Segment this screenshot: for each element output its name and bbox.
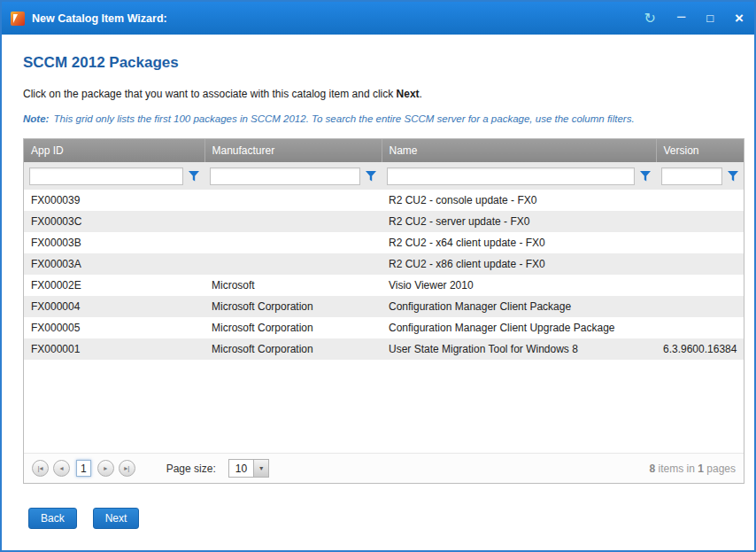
page-size-dropdown-arrow-icon[interactable]: ▼ xyxy=(253,460,268,477)
cell-name[interactable]: User State Migration Tool for Windows 8 xyxy=(382,338,656,360)
filter-version-input[interactable] xyxy=(661,167,722,185)
filter-manufacturer-input[interactable] xyxy=(210,167,360,185)
last-page-button[interactable]: ▸| xyxy=(119,460,135,477)
window-controls: ↻ ─ □ × xyxy=(644,11,744,26)
table-row[interactable]: FX000001Microsoft CorporationUser State … xyxy=(24,338,744,360)
cell-manufacturer[interactable]: Microsoft xyxy=(204,275,382,296)
filter-manufacturer-funnel-icon[interactable] xyxy=(364,171,378,182)
next-page-button[interactable]: ▸ xyxy=(97,460,114,477)
cell-manufacturer[interactable] xyxy=(204,232,382,253)
instruction-suffix: . xyxy=(420,88,422,100)
current-page-button[interactable]: 1 xyxy=(76,460,91,477)
cell-version[interactable] xyxy=(656,190,744,211)
pages-count: 1 xyxy=(698,463,704,475)
pager: |◂ ◂ 1 ▸ ▸| Page size: 10 ▼ 8 items in 1… xyxy=(24,453,744,483)
close-icon[interactable]: × xyxy=(735,11,744,26)
note-text: Note: This grid only lists the first 100… xyxy=(23,113,744,124)
grid-empty-area xyxy=(24,360,744,453)
cell-manufacturer[interactable]: Microsoft Corporation xyxy=(204,317,382,338)
column-header-name[interactable]: Name xyxy=(382,139,656,162)
cell-version[interactable] xyxy=(656,253,744,275)
cell-name[interactable]: Configuration Manager Client Upgrade Pac… xyxy=(382,317,656,338)
table-row[interactable]: FX00002EMicrosoftVisio Viewer 2010 xyxy=(24,275,744,296)
column-header-manufacturer[interactable]: Manufacturer xyxy=(204,139,382,162)
page-size-value: 10 xyxy=(229,463,253,475)
first-page-button[interactable]: |◂ xyxy=(32,460,49,477)
app-icon xyxy=(11,12,25,26)
cell-manufacturer[interactable] xyxy=(204,211,382,232)
table-body: FX000039R2 CU2 - console update - FX0FX0… xyxy=(24,190,744,360)
packages-grid: App ID Manufacturer Name Version xyxy=(23,138,744,484)
wizard-content: SCCM 2012 Packages Click on the package … xyxy=(2,35,754,529)
cell-name[interactable]: R2 CU2 - server update - FX0 xyxy=(382,211,656,232)
filter-app-id-input[interactable] xyxy=(29,167,183,185)
cell-app-id[interactable]: FX000005 xyxy=(24,317,204,338)
filter-version-funnel-icon[interactable] xyxy=(726,171,740,182)
table-header-row: App ID Manufacturer Name Version xyxy=(24,139,744,162)
filter-name-input[interactable] xyxy=(387,167,635,185)
cell-app-id[interactable]: FX00003C xyxy=(24,211,204,232)
table-row[interactable]: FX00003AR2 CU2 - x86 client update - FX0 xyxy=(24,253,744,275)
cell-app-id[interactable]: FX00003B xyxy=(24,232,204,253)
cell-manufacturer[interactable]: Microsoft Corporation xyxy=(204,338,382,360)
instruction-next-keyword: Next xyxy=(397,88,420,100)
cell-name[interactable]: R2 CU2 - x64 client update - FX0 xyxy=(382,232,656,253)
cell-name[interactable]: Configuration Manager Client Package xyxy=(382,296,656,317)
wizard-footer: Back Next xyxy=(23,508,744,529)
minimize-icon[interactable]: ─ xyxy=(677,11,685,22)
maximize-icon[interactable]: □ xyxy=(706,12,714,24)
page-size-label: Page size: xyxy=(166,463,216,475)
cell-manufacturer[interactable] xyxy=(204,190,382,211)
cell-version[interactable] xyxy=(656,275,744,296)
cell-name[interactable]: R2 CU2 - console update - FX0 xyxy=(382,190,656,211)
table-row[interactable]: FX000039R2 CU2 - console update - FX0 xyxy=(24,190,744,211)
refresh-icon[interactable]: ↻ xyxy=(644,12,656,26)
table-row[interactable]: FX000004Microsoft CorporationConfigurati… xyxy=(24,296,744,317)
column-header-version[interactable]: Version xyxy=(656,139,744,162)
instruction-prefix: Click on the package that you want to as… xyxy=(23,88,397,100)
cell-app-id[interactable]: FX000039 xyxy=(24,190,204,211)
cell-name[interactable]: Visio Viewer 2010 xyxy=(382,275,656,296)
cell-version[interactable] xyxy=(656,211,744,232)
next-button[interactable]: Next xyxy=(93,508,140,529)
table-row[interactable]: FX000005Microsoft CorporationConfigurati… xyxy=(24,317,744,338)
filter-name-funnel-icon[interactable] xyxy=(638,171,652,182)
cell-version[interactable] xyxy=(656,232,744,253)
filter-app-id-funnel-icon[interactable] xyxy=(187,171,201,182)
cell-name[interactable]: R2 CU2 - x86 client update - FX0 xyxy=(382,253,656,275)
instruction-text: Click on the package that you want to as… xyxy=(23,88,744,100)
table-row[interactable]: FX00003BR2 CU2 - x64 client update - FX0 xyxy=(24,232,744,253)
pages-text: pages xyxy=(704,463,736,475)
cell-app-id[interactable]: FX000001 xyxy=(24,338,204,360)
packages-table: App ID Manufacturer Name Version xyxy=(24,139,744,360)
cell-app-id[interactable]: FX00002E xyxy=(24,275,204,296)
items-text: items in xyxy=(655,463,698,475)
cell-version[interactable] xyxy=(656,317,744,338)
cell-app-id[interactable]: FX000004 xyxy=(24,296,204,317)
wizard-window: New Catalog Item Wizard: ↻ ─ □ × SCCM 20… xyxy=(0,0,756,552)
page-title: SCCM 2012 Packages xyxy=(23,54,744,72)
cell-version[interactable] xyxy=(656,296,744,317)
window-title: New Catalog Item Wizard: xyxy=(32,12,167,25)
cell-manufacturer[interactable] xyxy=(204,253,382,275)
column-header-app-id[interactable]: App ID xyxy=(24,139,204,162)
note-body: This grid only lists the first 100 packa… xyxy=(50,113,634,124)
titlebar: New Catalog Item Wizard: ↻ ─ □ × xyxy=(2,2,754,35)
cell-version[interactable]: 6.3.9600.16384 xyxy=(656,338,744,360)
page-size-select[interactable]: 10 ▼ xyxy=(228,459,269,478)
items-summary: 8 items in 1 pages xyxy=(650,463,736,475)
back-button[interactable]: Back xyxy=(28,508,77,529)
table-row[interactable]: FX00003CR2 CU2 - server update - FX0 xyxy=(24,211,744,232)
cell-app-id[interactable]: FX00003A xyxy=(24,253,204,275)
cell-manufacturer[interactable]: Microsoft Corporation xyxy=(204,296,382,317)
table-filter-row xyxy=(24,162,744,190)
note-label: Note: xyxy=(23,113,49,124)
prev-page-button[interactable]: ◂ xyxy=(53,460,70,477)
